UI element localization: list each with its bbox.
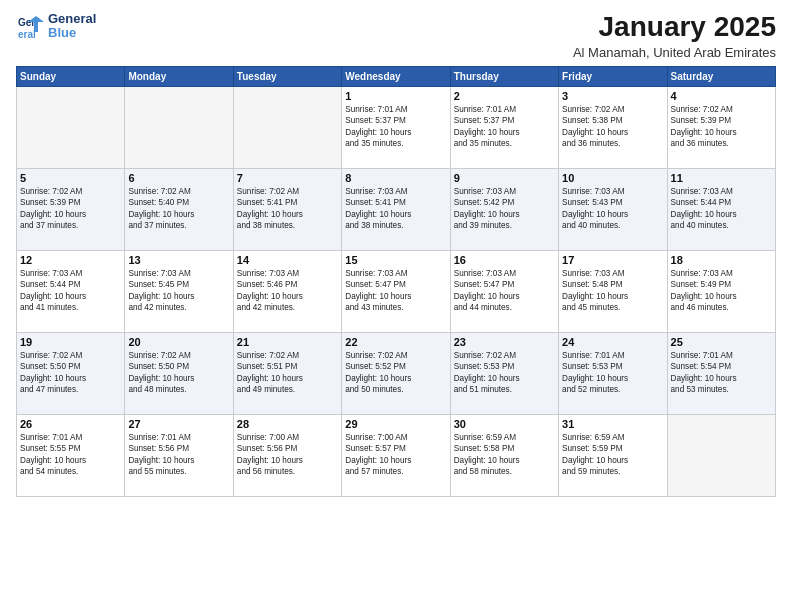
day-info: Sunrise: 7:02 AM Sunset: 5:51 PM Dayligh…: [237, 350, 338, 396]
day-info: Sunrise: 7:01 AM Sunset: 5:54 PM Dayligh…: [671, 350, 772, 396]
calendar-title: January 2025: [573, 12, 776, 43]
day-cell: 31Sunrise: 6:59 AM Sunset: 5:59 PM Dayli…: [559, 414, 667, 496]
day-number: 11: [671, 172, 772, 184]
day-number: 22: [345, 336, 446, 348]
day-number: 6: [128, 172, 229, 184]
day-info: Sunrise: 7:03 AM Sunset: 5:49 PM Dayligh…: [671, 268, 772, 314]
day-info: Sunrise: 7:02 AM Sunset: 5:41 PM Dayligh…: [237, 186, 338, 232]
day-number: 28: [237, 418, 338, 430]
day-info: Sunrise: 6:59 AM Sunset: 5:59 PM Dayligh…: [562, 432, 663, 478]
day-number: 2: [454, 90, 555, 102]
day-cell: 23Sunrise: 7:02 AM Sunset: 5:53 PM Dayli…: [450, 332, 558, 414]
day-cell: 14Sunrise: 7:03 AM Sunset: 5:46 PM Dayli…: [233, 250, 341, 332]
week-row-1: 1Sunrise: 7:01 AM Sunset: 5:37 PM Daylig…: [17, 86, 776, 168]
day-cell: 25Sunrise: 7:01 AM Sunset: 5:54 PM Dayli…: [667, 332, 775, 414]
day-cell: 21Sunrise: 7:02 AM Sunset: 5:51 PM Dayli…: [233, 332, 341, 414]
day-info: Sunrise: 7:03 AM Sunset: 5:45 PM Dayligh…: [128, 268, 229, 314]
day-number: 24: [562, 336, 663, 348]
day-cell: 30Sunrise: 6:59 AM Sunset: 5:58 PM Dayli…: [450, 414, 558, 496]
logo: Gen eral General Blue: [16, 12, 96, 41]
day-info: Sunrise: 7:03 AM Sunset: 5:46 PM Dayligh…: [237, 268, 338, 314]
day-number: 14: [237, 254, 338, 266]
day-cell: [125, 86, 233, 168]
day-cell: 3Sunrise: 7:02 AM Sunset: 5:38 PM Daylig…: [559, 86, 667, 168]
day-number: 23: [454, 336, 555, 348]
header-saturday: Saturday: [667, 66, 775, 86]
header: Gen eral General Blue January 2025 Al Ma…: [16, 12, 776, 60]
day-number: 26: [20, 418, 121, 430]
day-number: 17: [562, 254, 663, 266]
calendar-subtitle: Al Manamah, United Arab Emirates: [573, 45, 776, 60]
day-number: 30: [454, 418, 555, 430]
day-number: 4: [671, 90, 772, 102]
day-info: Sunrise: 7:03 AM Sunset: 5:48 PM Dayligh…: [562, 268, 663, 314]
title-block: January 2025 Al Manamah, United Arab Emi…: [573, 12, 776, 60]
day-number: 3: [562, 90, 663, 102]
calendar-page: Gen eral General Blue January 2025 Al Ma…: [0, 0, 792, 612]
day-info: Sunrise: 7:02 AM Sunset: 5:50 PM Dayligh…: [20, 350, 121, 396]
day-cell: 8Sunrise: 7:03 AM Sunset: 5:41 PM Daylig…: [342, 168, 450, 250]
day-cell: 27Sunrise: 7:01 AM Sunset: 5:56 PM Dayli…: [125, 414, 233, 496]
day-number: 21: [237, 336, 338, 348]
day-cell: 28Sunrise: 7:00 AM Sunset: 5:56 PM Dayli…: [233, 414, 341, 496]
day-number: 18: [671, 254, 772, 266]
day-number: 31: [562, 418, 663, 430]
day-info: Sunrise: 7:02 AM Sunset: 5:39 PM Dayligh…: [671, 104, 772, 150]
logo-line2: Blue: [48, 26, 96, 40]
day-info: Sunrise: 7:02 AM Sunset: 5:40 PM Dayligh…: [128, 186, 229, 232]
header-row: Sunday Monday Tuesday Wednesday Thursday…: [17, 66, 776, 86]
day-cell: 2Sunrise: 7:01 AM Sunset: 5:37 PM Daylig…: [450, 86, 558, 168]
day-info: Sunrise: 7:03 AM Sunset: 5:47 PM Dayligh…: [454, 268, 555, 314]
day-number: 20: [128, 336, 229, 348]
day-cell: 5Sunrise: 7:02 AM Sunset: 5:39 PM Daylig…: [17, 168, 125, 250]
day-cell: 12Sunrise: 7:03 AM Sunset: 5:44 PM Dayli…: [17, 250, 125, 332]
header-monday: Monday: [125, 66, 233, 86]
day-number: 19: [20, 336, 121, 348]
day-info: Sunrise: 7:00 AM Sunset: 5:57 PM Dayligh…: [345, 432, 446, 478]
day-cell: 26Sunrise: 7:01 AM Sunset: 5:55 PM Dayli…: [17, 414, 125, 496]
day-info: Sunrise: 7:03 AM Sunset: 5:43 PM Dayligh…: [562, 186, 663, 232]
day-number: 5: [20, 172, 121, 184]
day-info: Sunrise: 7:02 AM Sunset: 5:38 PM Dayligh…: [562, 104, 663, 150]
day-cell: 18Sunrise: 7:03 AM Sunset: 5:49 PM Dayli…: [667, 250, 775, 332]
day-info: Sunrise: 7:02 AM Sunset: 5:39 PM Dayligh…: [20, 186, 121, 232]
header-wednesday: Wednesday: [342, 66, 450, 86]
day-number: 27: [128, 418, 229, 430]
week-row-2: 5Sunrise: 7:02 AM Sunset: 5:39 PM Daylig…: [17, 168, 776, 250]
day-info: Sunrise: 6:59 AM Sunset: 5:58 PM Dayligh…: [454, 432, 555, 478]
day-number: 8: [345, 172, 446, 184]
day-cell: 6Sunrise: 7:02 AM Sunset: 5:40 PM Daylig…: [125, 168, 233, 250]
day-number: 9: [454, 172, 555, 184]
day-cell: 15Sunrise: 7:03 AM Sunset: 5:47 PM Dayli…: [342, 250, 450, 332]
day-cell: 29Sunrise: 7:00 AM Sunset: 5:57 PM Dayli…: [342, 414, 450, 496]
logo-line1: General: [48, 12, 96, 26]
day-info: Sunrise: 7:01 AM Sunset: 5:37 PM Dayligh…: [345, 104, 446, 150]
header-tuesday: Tuesday: [233, 66, 341, 86]
day-cell: 7Sunrise: 7:02 AM Sunset: 5:41 PM Daylig…: [233, 168, 341, 250]
day-info: Sunrise: 7:02 AM Sunset: 5:53 PM Dayligh…: [454, 350, 555, 396]
day-cell: 22Sunrise: 7:02 AM Sunset: 5:52 PM Dayli…: [342, 332, 450, 414]
calendar-table: Sunday Monday Tuesday Wednesday Thursday…: [16, 66, 776, 497]
week-row-3: 12Sunrise: 7:03 AM Sunset: 5:44 PM Dayli…: [17, 250, 776, 332]
header-friday: Friday: [559, 66, 667, 86]
day-cell: 17Sunrise: 7:03 AM Sunset: 5:48 PM Dayli…: [559, 250, 667, 332]
day-cell: 20Sunrise: 7:02 AM Sunset: 5:50 PM Dayli…: [125, 332, 233, 414]
day-cell: 19Sunrise: 7:02 AM Sunset: 5:50 PM Dayli…: [17, 332, 125, 414]
day-info: Sunrise: 7:03 AM Sunset: 5:44 PM Dayligh…: [671, 186, 772, 232]
header-sunday: Sunday: [17, 66, 125, 86]
day-info: Sunrise: 7:03 AM Sunset: 5:41 PM Dayligh…: [345, 186, 446, 232]
day-info: Sunrise: 7:03 AM Sunset: 5:44 PM Dayligh…: [20, 268, 121, 314]
logo-icon: Gen eral: [16, 12, 44, 40]
day-info: Sunrise: 7:03 AM Sunset: 5:42 PM Dayligh…: [454, 186, 555, 232]
day-cell: [17, 86, 125, 168]
day-cell: 24Sunrise: 7:01 AM Sunset: 5:53 PM Dayli…: [559, 332, 667, 414]
day-info: Sunrise: 7:00 AM Sunset: 5:56 PM Dayligh…: [237, 432, 338, 478]
day-number: 12: [20, 254, 121, 266]
day-info: Sunrise: 7:01 AM Sunset: 5:56 PM Dayligh…: [128, 432, 229, 478]
day-cell: 13Sunrise: 7:03 AM Sunset: 5:45 PM Dayli…: [125, 250, 233, 332]
day-cell: 11Sunrise: 7:03 AM Sunset: 5:44 PM Dayli…: [667, 168, 775, 250]
week-row-5: 26Sunrise: 7:01 AM Sunset: 5:55 PM Dayli…: [17, 414, 776, 496]
day-number: 16: [454, 254, 555, 266]
day-number: 10: [562, 172, 663, 184]
day-cell: 16Sunrise: 7:03 AM Sunset: 5:47 PM Dayli…: [450, 250, 558, 332]
